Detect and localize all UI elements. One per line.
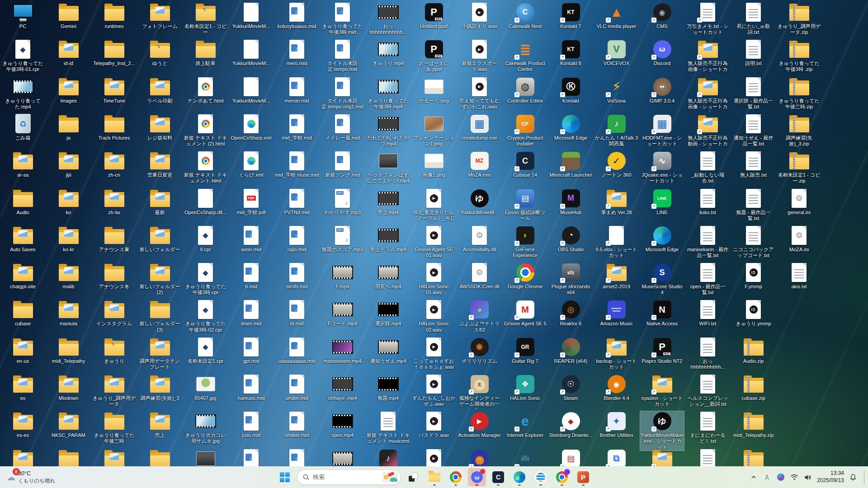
- desktop-icon[interactable]: ↗Google Chrome: [503, 263, 547, 290]
- desktop-icon[interactable]: Track Pictures: [92, 114, 136, 141]
- desktop-icon[interactable]: きゅうり.mp4: [366, 39, 410, 66]
- desktop-icon[interactable]: ◍↗Controller Editor: [503, 77, 547, 104]
- desktop-icon[interactable]: タイトル未設定.tempo.mid: [321, 39, 364, 72]
- desktop-icon[interactable]: きゅうり食ってた.mp4: [1, 77, 45, 110]
- desktop-icon[interactable]: ヘッドフォンはずしててよがっt.mp4: [366, 151, 410, 184]
- desktop-icon[interactable]: Audio: [1, 188, 45, 216]
- desktop-icon[interactable]: ▶新規エクスポート.wav: [458, 39, 501, 72]
- desktop-icon[interactable]: open - 親作品一覧.txt: [686, 263, 730, 296]
- desktop-icon[interactable]: PNT2Untitled.ppsf: [412, 2, 456, 29]
- desktop-icon[interactable]: ⚙general.ini: [777, 188, 821, 216]
- desktop-icon[interactable]: N↗Native Access: [640, 300, 684, 327]
- desktop-icon[interactable]: ↗REAPER (x64): [549, 337, 593, 364]
- desktop-icon[interactable]: 無人販売.txt: [731, 151, 775, 178]
- desktop-icon[interactable]: PNT2おーばーまにあ.ppsf: [412, 39, 456, 72]
- desktop-icon[interactable]: ar-sa: [1, 151, 45, 178]
- desktop-icon[interactable]: Images: [47, 77, 90, 104]
- desktop-icon[interactable]: ▶HALion Sonic 02.wav: [412, 300, 456, 333]
- desktop-icon[interactable]: 選択肢 - 親作品一覧.txt: [731, 77, 775, 110]
- desktop-icon[interactable]: Gemini: [47, 2, 90, 29]
- discord-button[interactable]: ω: [468, 468, 486, 486]
- desktop-icon[interactable]: YukkuriMovieM...: [229, 2, 273, 29]
- desktop-icon[interactable]: uaaaaaaaaa.mid: [275, 337, 319, 364]
- desktop-icon[interactable]: ↗airset2-2019: [594, 263, 638, 290]
- desktop-icon[interactable]: 無題 - 親作品一覧.txt: [731, 188, 775, 221]
- desktop-icon[interactable]: ✦↗Brother Utilities: [594, 411, 638, 438]
- desktop-icon[interactable]: en-us: [1, 337, 45, 364]
- desktop-icon[interactable]: きゅうりボカコレ用サムネ.jpg: [184, 411, 227, 444]
- desktop-icon[interactable]: jijii: [47, 151, 90, 178]
- desktop-icon[interactable]: OpenCvSharp.dll...: [184, 188, 227, 216]
- desktop-icon[interactable]: ▶ずんだもん_しおかぜふ.wav: [412, 374, 456, 407]
- desktop-icon[interactable]: cubase: [1, 300, 45, 327]
- desktop-icon[interactable]: ko: [47, 188, 90, 216]
- desktop-icon[interactable]: mid_学校.mid: [275, 114, 319, 141]
- desktop-icon[interactable]: アナウンス夏: [92, 225, 136, 253]
- desktop-icon[interactable]: ゆきゅうり.ymmp: [731, 300, 775, 327]
- desktop-icon[interactable]: 新規 テキスト ドキュメント.musicxml: [366, 411, 410, 444]
- desktop-icon[interactable]: hamusu.mid: [229, 374, 273, 401]
- desktop-icon[interactable]: ▦createdump.exe: [458, 114, 501, 141]
- desktop-icon[interactable]: 井上ドラム.mp4: [366, 225, 410, 253]
- desktop-icon[interactable]: ko-kr: [47, 225, 90, 253]
- desktop-icon[interactable]: 井上.mp4: [366, 188, 410, 216]
- desktop-icon[interactable]: ✎名称未設定1 - コピー: [184, 2, 227, 35]
- search-input[interactable]: 検索: [297, 469, 401, 485]
- desktop-icon[interactable]: runtimes: [92, 2, 136, 29]
- desktop-icon[interactable]: 65407.jpg: [184, 374, 227, 401]
- desktop-icon[interactable]: meroin.mid: [275, 77, 319, 104]
- desktop-icon[interactable]: Auto Saves: [1, 225, 45, 253]
- desktop-icon[interactable]: ••↗GIMP 3.0.4: [640, 77, 684, 104]
- desktop-icon[interactable]: MZMoZA.exe: [458, 151, 501, 178]
- desktop-icon[interactable]: Ⓚ↗Kontakt: [549, 77, 593, 104]
- task-view-button[interactable]: [404, 468, 422, 486]
- desktop-icon[interactable]: かるーく.png: [412, 77, 456, 104]
- desktop-icon[interactable]: OpenCvSharp.xml: [229, 114, 273, 141]
- desktop-icon[interactable]: ✎きゅうり: [92, 337, 136, 364]
- desktop-icon[interactable]: ◆9.cpr: [184, 225, 227, 253]
- desktop-icon[interactable]: MP3♪わかりやす.mp3: [321, 188, 364, 216]
- desktop-icon[interactable]: きゅうり食ってた午後3時 .zip: [777, 39, 821, 72]
- desktop-icon[interactable]: cubase.zip: [731, 374, 775, 401]
- volume-icon[interactable]: [803, 473, 812, 482]
- desktop-icon[interactable]: ヘルスコンプレッション__歌詞.txt: [686, 374, 730, 407]
- desktop-icon[interactable]: きゅうり_調声用データ.zip: [777, 2, 821, 35]
- desktop-icon[interactable]: ✓↗ノートン 360: [594, 151, 638, 178]
- desktop-icon[interactable]: sfz↗Plogue sforzando x64: [549, 263, 593, 296]
- desktop-icon[interactable]: ▶こってゅｈｄすおｆｄｓｂふぉ.wav: [412, 337, 456, 370]
- desktop-icon[interactable]: C↗Cubase 14: [503, 151, 547, 178]
- desktop-icon[interactable]: PDFmid_学校.pdf: [229, 188, 273, 216]
- desktop-icon[interactable]: Telepathy_Inst_2...: [92, 39, 136, 66]
- start-button[interactable]: [276, 468, 294, 486]
- desktop-icon[interactable]: WIFI.txt: [686, 300, 730, 327]
- desktop-icon[interactable]: ω↗Discord: [640, 39, 684, 66]
- desktop-icon[interactable]: ♻ごみ箱: [1, 114, 45, 141]
- desktop-icon[interactable]: M↗Groove Agent SE 5: [503, 300, 547, 327]
- desktop-icon[interactable]: ▶001_東北きりたん（ノーマル）_今じゃ...: [412, 188, 456, 223]
- desktop-icon[interactable]: だれだFXいれたやつ.mp4: [366, 114, 410, 147]
- desktop-icon[interactable]: 新規 テキスト ドキュメント.html: [184, 151, 227, 184]
- desktop-icon[interactable]: フォトフレーム: [138, 2, 182, 29]
- desktop-icon[interactable]: YukkuriMovieM...: [229, 39, 273, 66]
- desktop-icon[interactable]: 新規ソング.mid: [321, 151, 364, 178]
- desktop-icon[interactable]: mid_学校 muse.mid: [275, 151, 319, 178]
- chrome-profile-button[interactable]: [553, 468, 571, 486]
- desktop-icon[interactable]: おっ hhhhhhhhhhhh...: [366, 2, 410, 35]
- desktop-icon[interactable]: sirofo.mid: [275, 263, 319, 290]
- desktop-icon[interactable]: PNT2↗Piapro Studio NT2: [640, 337, 684, 364]
- desktop-icon[interactable]: タイトル未設定.tempo.orig1.mid: [321, 77, 364, 110]
- desktop-icon[interactable]: ↗9.5.xlsx - ショートカット: [594, 225, 638, 258]
- desktop-icon[interactable]: LINE↗LINE: [640, 188, 684, 216]
- desktop-icon[interactable]: ゆ↗YukkuriMovieMaker.exe - ショートカット: [640, 411, 684, 450]
- desktop-icon[interactable]: Mixdown: [47, 374, 90, 401]
- desktop-icon[interactable]: 売上: [138, 411, 182, 438]
- desktop-icon[interactable]: umibe.mid: [275, 374, 319, 401]
- desktop-icon[interactable]: ✎ゆうと: [138, 39, 182, 66]
- chevron-up-icon[interactable]: [749, 473, 758, 482]
- desktop-icon[interactable]: akis.txt: [777, 263, 821, 290]
- desktop-icon[interactable]: 通知うぜえ - 親作品一覧.txt: [731, 114, 775, 147]
- desktop-icon[interactable]: NKSC_PARAM: [47, 411, 90, 438]
- desktop-icon[interactable]: 営業日変更: [138, 151, 182, 178]
- desktop-icon[interactable]: C↗Cakewalk Next: [503, 2, 547, 29]
- desktop-icon[interactable]: ♪↗かんたん！AITalk 3 関西風: [594, 114, 638, 147]
